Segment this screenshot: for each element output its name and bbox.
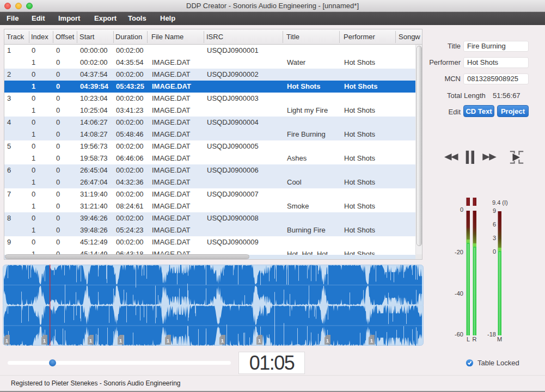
svg-text:1: 1 — [89, 338, 92, 344]
svg-text:R: R — [473, 336, 477, 342]
svg-text:1: 1 — [370, 338, 373, 344]
svg-text:1: 1 — [119, 338, 122, 344]
svg-text:-60: -60 — [455, 331, 463, 338]
svg-text:1: 1 — [43, 338, 46, 344]
svg-text:0: 0 — [460, 206, 463, 213]
svg-text:-40: -40 — [455, 290, 463, 297]
svg-text:1: 1 — [326, 338, 329, 344]
svg-text:1: 1 — [221, 338, 224, 344]
svg-text:6: 6 — [493, 221, 496, 228]
svg-text:1: 1 — [5, 338, 8, 344]
svg-text:1: 1 — [167, 338, 169, 344]
svg-text:9: 9 — [493, 207, 496, 214]
svg-text:M: M — [497, 336, 502, 342]
svg-text:3: 3 — [493, 235, 496, 241]
svg-text:9.4 (I): 9.4 (I) — [492, 199, 508, 206]
svg-text:0: 0 — [493, 248, 496, 255]
svg-text:1: 1 — [258, 338, 261, 344]
svg-text:-18: -18 — [487, 331, 496, 338]
svg-text:-20: -20 — [455, 249, 463, 255]
svg-text:L: L — [467, 336, 470, 342]
